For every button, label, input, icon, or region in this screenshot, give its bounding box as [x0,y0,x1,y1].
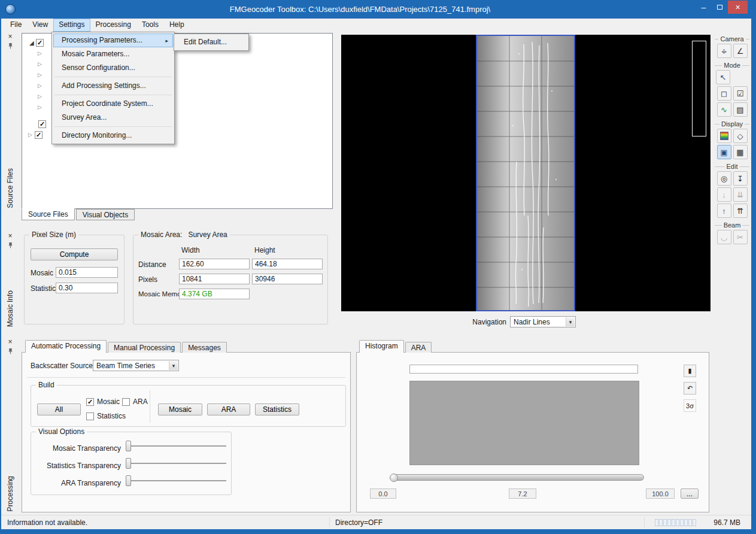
tab-automatic-processing[interactable]: Automatic Processing [25,340,107,353]
close-panel-icon[interactable]: × [8,33,12,41]
survey-mosaic-strip[interactable] [476,35,575,311]
build-all-button[interactable]: All [37,403,81,415]
histogram-reset-button[interactable]: ↶ [684,382,696,395]
edit-lower-button[interactable]: ↓ [717,187,731,202]
ara-transparency-slider[interactable] [126,475,226,486]
close-button[interactable]: × [728,1,748,14]
ara-checkbox-row[interactable]: ARA [122,398,148,406]
menuitem-mosaic-parameters[interactable]: Mosaic Parameters... [53,47,173,61]
tree-row[interactable]: ▷ [38,102,44,112]
edit-raise-all-button[interactable]: ⇈ [733,204,748,218]
pixels-height-field[interactable]: 30946 [252,274,323,284]
range-mid-value[interactable]: 7.2 [509,489,536,499]
ara-checkbox[interactable] [122,398,130,406]
tab-messages[interactable]: Messages [182,342,227,353]
tree-collapsed-icon[interactable]: ▷ [38,83,44,89]
tree-row[interactable]: ▷ [38,48,44,58]
menu-tools[interactable]: Tools [136,19,164,32]
camera-pan-button[interactable]: ↔↕ [717,44,731,58]
tab-ara[interactable]: ARA [405,342,432,353]
histogram-range-slider[interactable] [390,474,644,481]
display-grid-button[interactable]: ▦ [733,145,748,159]
menuitem-directory-monitoring[interactable]: Directory Monitoring... [53,129,173,142]
tree-checkbox[interactable]: ✓ [35,131,42,139]
pixels-width-field[interactable]: 10841 [179,274,250,284]
slider-thumb[interactable] [126,441,131,451]
maximize-button[interactable] [712,1,728,14]
minimize-button[interactable]: – [696,1,712,14]
statistics-transparency-slider[interactable] [126,458,226,469]
tree-row[interactable]: ▷ [38,92,44,101]
slider-thumb[interactable] [126,458,131,469]
compute-button[interactable]: Compute [31,248,118,260]
tab-visual-objects[interactable]: Visual Objects [76,209,135,220]
histogram-fit-button[interactable]: ▮ [684,365,696,377]
camera-axis-button[interactable]: ∠ [733,44,748,58]
mosaic-checkbox-row[interactable]: ✓ Mosaic [86,398,120,406]
tree-collapsed-icon[interactable]: ▷ [38,104,44,110]
mosaic-pixel-size-field[interactable]: 0.015 [56,267,118,278]
build-statistics-button[interactable]: Statistics [255,403,299,415]
mosaic-checkbox[interactable]: ✓ [86,398,94,406]
distance-width-field[interactable]: 162.60 [179,259,250,269]
tree-checkbox[interactable]: ✓ [36,39,44,47]
range-more-button[interactable]: ... [681,489,699,499]
beam-cut-button[interactable]: ✂ [733,230,748,244]
tree-row[interactable]: ▷ [38,70,44,80]
close-panel-icon[interactable]: × [8,338,12,346]
tree-row[interactable]: ✓ [38,119,46,129]
edit-raise-button[interactable]: ↑ [717,204,731,218]
navigation-combo[interactable]: Nadir Lines ▾ [510,316,576,327]
menu-settings[interactable]: Settings [53,19,90,32]
menuitem-processing-parameters[interactable]: Processing Parameters...▸ [53,34,173,47]
mode-sheet-button[interactable]: ▤ [733,102,748,117]
statistic-pixel-size-field[interactable]: 0.30 [56,283,118,293]
histogram-3sigma-button[interactable]: 3σ [684,399,696,412]
display-tag-button[interactable]: ◇ [733,129,748,143]
menuitem-sensor-configuration[interactable]: Sensor Configuration... [53,61,173,75]
mode-select-button[interactable]: ↖ [716,70,730,84]
mode-rect-select-button[interactable]: ◻ [717,86,731,101]
menuitem-project-coordinate-system[interactable]: Project Coordinate System... [53,97,173,111]
tree-row[interactable]: ▷ ✓ [28,130,42,139]
menu-view[interactable]: View [27,19,53,32]
statistics-checkbox-row[interactable]: Statistics [86,412,126,420]
mode-spline-button[interactable]: ∿ [717,102,731,117]
range-min-value[interactable]: 0.0 [370,489,396,499]
menu-processing[interactable]: Processing [90,19,136,32]
tree-collapsed-icon[interactable]: ▷ [28,132,35,138]
tree-collapsed-icon[interactable]: ▷ [38,72,44,78]
backscatter-source-combo[interactable]: Beam Time Series ▾ [93,360,179,371]
tree-collapsed-icon[interactable]: ▷ [38,50,44,56]
beam-fan-button[interactable]: ◡ [717,230,731,244]
close-panel-icon[interactable]: × [8,232,12,240]
tree-collapsed-icon[interactable]: ▷ [38,93,44,99]
build-mosaic-button[interactable]: Mosaic [158,403,202,415]
menuitem-edit-default[interactable]: Edit Default... [175,35,247,49]
tree-expanded-icon[interactable]: ◢ [29,40,36,46]
display-colormap-button[interactable] [717,129,731,143]
display-3d-cube-button[interactable]: ▣ [717,145,731,159]
build-ara-button[interactable]: ARA [207,403,250,415]
mosaic-display-area[interactable] [341,35,711,311]
menu-help[interactable]: Help [164,19,190,32]
range-max-value[interactable]: 100.0 [646,489,675,499]
edit-target-button[interactable]: ◎ [717,171,731,186]
pin-icon[interactable] [7,242,14,250]
edit-move-down-button[interactable]: ↧ [733,171,748,186]
slider-thumb[interactable] [126,475,131,486]
menuitem-survey-area[interactable]: Survey Area... [53,111,173,125]
pin-icon[interactable] [7,348,14,356]
tree-collapsed-icon[interactable]: ▷ [38,61,44,67]
mode-check-select-button[interactable]: ☑ [733,86,748,101]
tree-row[interactable]: ◢ ✓ [29,38,44,47]
histogram-value-input[interactable] [409,365,638,374]
tab-manual-processing[interactable]: Manual Processing [108,342,181,353]
menu-file[interactable]: File [5,19,27,32]
tree-row[interactable]: ▷ [38,59,44,69]
statistics-checkbox[interactable] [86,412,94,420]
tab-source-files[interactable]: Source Files [22,208,75,220]
tree-checkbox[interactable]: ✓ [38,120,46,128]
tab-histogram[interactable]: Histogram [359,340,404,353]
slider-knob[interactable] [390,474,398,482]
